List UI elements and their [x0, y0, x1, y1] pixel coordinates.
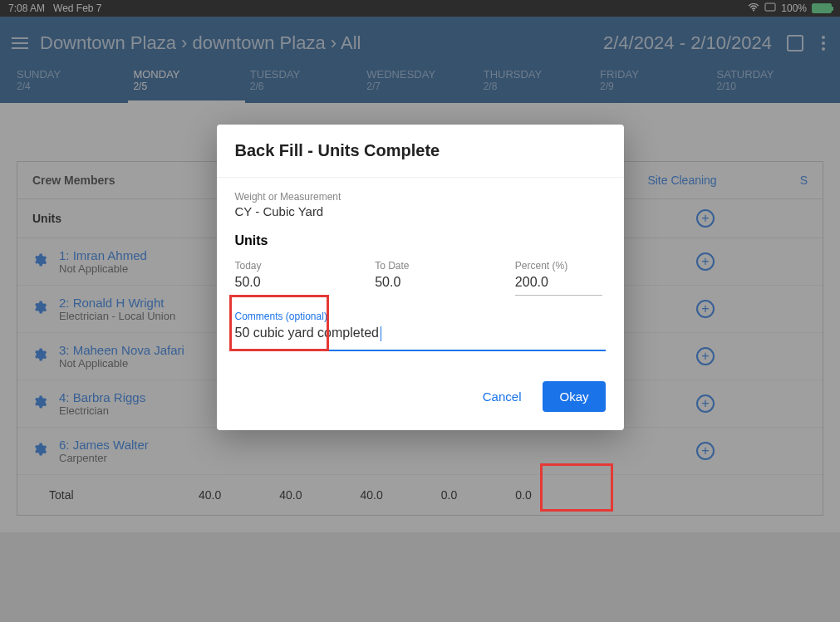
units-section-title: Units: [235, 233, 606, 248]
cancel-button[interactable]: Cancel: [473, 381, 532, 412]
comments-label: Comments (optional): [235, 311, 606, 322]
measurement-label: Weight or Measurement: [235, 191, 606, 203]
today-input[interactable]: 50.0: [235, 272, 322, 296]
units-complete-modal: Back Fill - Units Complete Weight or Mea…: [217, 125, 624, 430]
okay-button[interactable]: Okay: [543, 381, 605, 412]
text-cursor: [381, 326, 381, 341]
todate-label: To Date: [375, 260, 465, 272]
measurement-value: CY - Cubic Yard: [235, 204, 606, 218]
comments-text: 50 cubic yard completed: [235, 326, 379, 340]
percent-input[interactable]: 200.0: [515, 272, 602, 296]
todate-input[interactable]: 50.0: [375, 272, 462, 295]
comments-input[interactable]: 50 cubic yard completed: [235, 322, 606, 351]
modal-title: Back Fill - Units Complete: [217, 125, 624, 178]
percent-label: Percent (%): [515, 260, 606, 272]
today-label: Today: [235, 260, 326, 272]
